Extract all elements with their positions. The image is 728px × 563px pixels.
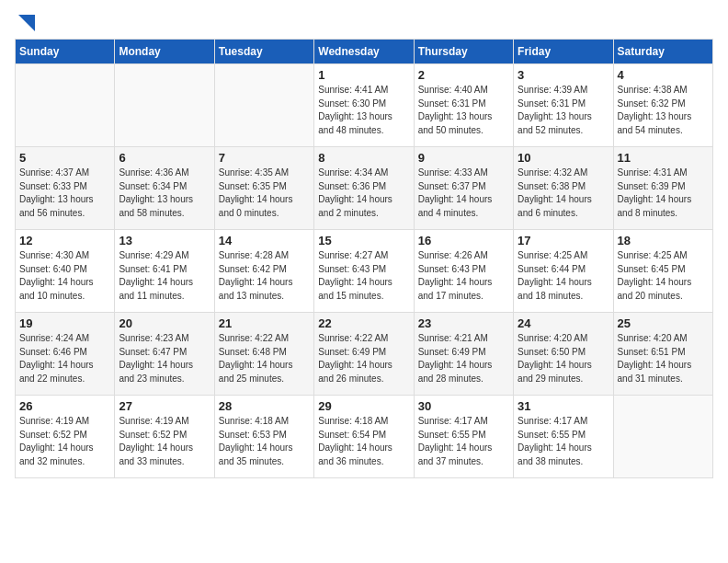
day-number: 27	[119, 399, 210, 413]
day-number: 11	[618, 151, 709, 165]
day-number: 8	[318, 151, 409, 165]
page-header	[15, 15, 713, 28]
day-number: 18	[618, 234, 709, 247]
day-info: Sunrise: 4:36 AM Sunset: 6:34 PM Dayligh…	[119, 167, 210, 220]
day-number: 10	[518, 151, 609, 165]
day-info: Sunrise: 4:30 AM Sunset: 6:40 PM Dayligh…	[19, 249, 110, 303]
calendar-cell: 24Sunrise: 4:20 AM Sunset: 6:50 PM Dayli…	[514, 313, 613, 396]
calendar-cell: 3Sunrise: 4:39 AM Sunset: 6:31 PM Daylig…	[514, 64, 613, 147]
day-info: Sunrise: 4:26 AM Sunset: 6:43 PM Dayligh…	[418, 249, 509, 303]
calendar-cell: 26Sunrise: 4:19 AM Sunset: 6:52 PM Dayli…	[16, 396, 115, 478]
day-number: 15	[318, 234, 409, 247]
day-info: Sunrise: 4:28 AM Sunset: 6:42 PM Dayligh…	[219, 249, 310, 303]
calendar-cell: 1Sunrise: 4:41 AM Sunset: 6:30 PM Daylig…	[314, 64, 414, 147]
day-number: 3	[518, 68, 609, 82]
day-info: Sunrise: 4:19 AM Sunset: 6:52 PM Dayligh…	[119, 415, 210, 468]
day-number: 25	[618, 316, 709, 330]
day-info: Sunrise: 4:25 AM Sunset: 6:45 PM Dayligh…	[618, 249, 709, 303]
calendar-cell: 12Sunrise: 4:30 AM Sunset: 6:40 PM Dayli…	[16, 230, 115, 313]
col-header-tuesday: Tuesday	[214, 40, 313, 64]
day-number: 16	[418, 234, 509, 247]
day-info: Sunrise: 4:20 AM Sunset: 6:50 PM Dayligh…	[518, 332, 609, 385]
calendar-cell	[613, 396, 712, 478]
calendar-cell: 11Sunrise: 4:31 AM Sunset: 6:39 PM Dayli…	[613, 147, 712, 230]
calendar-cell: 23Sunrise: 4:21 AM Sunset: 6:49 PM Dayli…	[414, 313, 513, 396]
calendar-body: 1Sunrise: 4:41 AM Sunset: 6:30 PM Daylig…	[16, 64, 713, 478]
day-number: 22	[318, 316, 409, 330]
calendar-cell: 20Sunrise: 4:23 AM Sunset: 6:47 PM Dayli…	[115, 313, 214, 396]
week-row-5: 26Sunrise: 4:19 AM Sunset: 6:52 PM Dayli…	[16, 396, 713, 478]
day-number: 1	[318, 68, 409, 82]
day-number: 21	[219, 316, 310, 330]
day-number: 28	[219, 399, 310, 413]
day-info: Sunrise: 4:27 AM Sunset: 6:43 PM Dayligh…	[318, 249, 409, 303]
col-header-thursday: Thursday	[414, 40, 513, 64]
calendar-cell: 22Sunrise: 4:22 AM Sunset: 6:49 PM Dayli…	[314, 313, 414, 396]
week-row-4: 19Sunrise: 4:24 AM Sunset: 6:46 PM Dayli…	[16, 313, 713, 396]
calendar-table: SundayMondayTuesdayWednesdayThursdayFrid…	[15, 39, 713, 478]
day-info: Sunrise: 4:20 AM Sunset: 6:51 PM Dayligh…	[618, 332, 709, 385]
calendar-cell: 14Sunrise: 4:28 AM Sunset: 6:42 PM Dayli…	[214, 230, 313, 313]
logo	[15, 15, 31, 28]
calendar-cell	[115, 64, 214, 147]
day-number: 24	[518, 316, 609, 330]
day-number: 6	[119, 151, 210, 165]
calendar-cell: 10Sunrise: 4:32 AM Sunset: 6:38 PM Dayli…	[514, 147, 613, 230]
day-number: 14	[219, 234, 310, 247]
calendar-cell: 31Sunrise: 4:17 AM Sunset: 6:55 PM Dayli…	[514, 396, 613, 478]
day-number: 4	[618, 68, 709, 82]
day-number: 17	[518, 234, 609, 247]
calendar-cell: 7Sunrise: 4:35 AM Sunset: 6:35 PM Daylig…	[214, 147, 313, 230]
calendar-cell: 9Sunrise: 4:33 AM Sunset: 6:37 PM Daylig…	[414, 147, 513, 230]
day-number: 31	[518, 399, 609, 413]
calendar-cell: 28Sunrise: 4:18 AM Sunset: 6:53 PM Dayli…	[214, 396, 313, 478]
calendar-cell: 2Sunrise: 4:40 AM Sunset: 6:31 PM Daylig…	[414, 64, 513, 147]
calendar-header-row: SundayMondayTuesdayWednesdayThursdayFrid…	[16, 40, 713, 64]
day-info: Sunrise: 4:22 AM Sunset: 6:48 PM Dayligh…	[219, 332, 310, 385]
day-info: Sunrise: 4:21 AM Sunset: 6:49 PM Dayligh…	[418, 332, 509, 385]
calendar-cell: 18Sunrise: 4:25 AM Sunset: 6:45 PM Dayli…	[613, 230, 712, 313]
calendar-cell: 5Sunrise: 4:37 AM Sunset: 6:33 PM Daylig…	[16, 147, 115, 230]
calendar-cell	[16, 64, 115, 147]
week-row-3: 12Sunrise: 4:30 AM Sunset: 6:40 PM Dayli…	[16, 230, 713, 313]
calendar-cell: 21Sunrise: 4:22 AM Sunset: 6:48 PM Dayli…	[214, 313, 313, 396]
day-info: Sunrise: 4:41 AM Sunset: 6:30 PM Dayligh…	[318, 84, 409, 137]
day-info: Sunrise: 4:24 AM Sunset: 6:46 PM Dayligh…	[19, 332, 110, 385]
day-info: Sunrise: 4:31 AM Sunset: 6:39 PM Dayligh…	[618, 167, 709, 220]
calendar-cell: 29Sunrise: 4:18 AM Sunset: 6:54 PM Dayli…	[314, 396, 414, 478]
calendar-cell: 15Sunrise: 4:27 AM Sunset: 6:43 PM Dayli…	[314, 230, 414, 313]
calendar-cell	[214, 64, 313, 147]
calendar-cell: 6Sunrise: 4:36 AM Sunset: 6:34 PM Daylig…	[115, 147, 214, 230]
day-info: Sunrise: 4:40 AM Sunset: 6:31 PM Dayligh…	[418, 84, 509, 137]
logo-arrow-icon	[18, 15, 35, 31]
col-header-friday: Friday	[514, 40, 613, 64]
col-header-wednesday: Wednesday	[314, 40, 414, 64]
calendar-cell: 17Sunrise: 4:25 AM Sunset: 6:44 PM Dayli…	[514, 230, 613, 313]
calendar-cell: 4Sunrise: 4:38 AM Sunset: 6:32 PM Daylig…	[613, 64, 712, 147]
col-header-saturday: Saturday	[613, 40, 712, 64]
day-info: Sunrise: 4:35 AM Sunset: 6:35 PM Dayligh…	[219, 167, 310, 220]
day-info: Sunrise: 4:33 AM Sunset: 6:37 PM Dayligh…	[418, 167, 509, 220]
calendar-cell: 25Sunrise: 4:20 AM Sunset: 6:51 PM Dayli…	[613, 313, 712, 396]
day-number: 9	[418, 151, 509, 165]
calendar-cell: 16Sunrise: 4:26 AM Sunset: 6:43 PM Dayli…	[414, 230, 513, 313]
day-number: 30	[418, 399, 509, 413]
day-info: Sunrise: 4:38 AM Sunset: 6:32 PM Dayligh…	[618, 84, 709, 137]
calendar-cell: 8Sunrise: 4:34 AM Sunset: 6:36 PM Daylig…	[314, 147, 414, 230]
day-info: Sunrise: 4:25 AM Sunset: 6:44 PM Dayligh…	[518, 249, 609, 303]
day-number: 29	[318, 399, 409, 413]
day-number: 20	[119, 316, 210, 330]
calendar-cell: 30Sunrise: 4:17 AM Sunset: 6:55 PM Dayli…	[414, 396, 513, 478]
day-info: Sunrise: 4:19 AM Sunset: 6:52 PM Dayligh…	[19, 415, 110, 468]
day-info: Sunrise: 4:37 AM Sunset: 6:33 PM Dayligh…	[19, 167, 110, 220]
day-info: Sunrise: 4:18 AM Sunset: 6:53 PM Dayligh…	[219, 415, 310, 468]
col-header-sunday: Sunday	[16, 40, 115, 64]
svg-marker-0	[18, 15, 35, 31]
day-info: Sunrise: 4:23 AM Sunset: 6:47 PM Dayligh…	[119, 332, 210, 385]
day-info: Sunrise: 4:34 AM Sunset: 6:36 PM Dayligh…	[318, 167, 409, 220]
day-info: Sunrise: 4:18 AM Sunset: 6:54 PM Dayligh…	[318, 415, 409, 468]
calendar-cell: 13Sunrise: 4:29 AM Sunset: 6:41 PM Dayli…	[115, 230, 214, 313]
day-info: Sunrise: 4:17 AM Sunset: 6:55 PM Dayligh…	[418, 415, 509, 468]
day-info: Sunrise: 4:22 AM Sunset: 6:49 PM Dayligh…	[318, 332, 409, 385]
week-row-2: 5Sunrise: 4:37 AM Sunset: 6:33 PM Daylig…	[16, 147, 713, 230]
